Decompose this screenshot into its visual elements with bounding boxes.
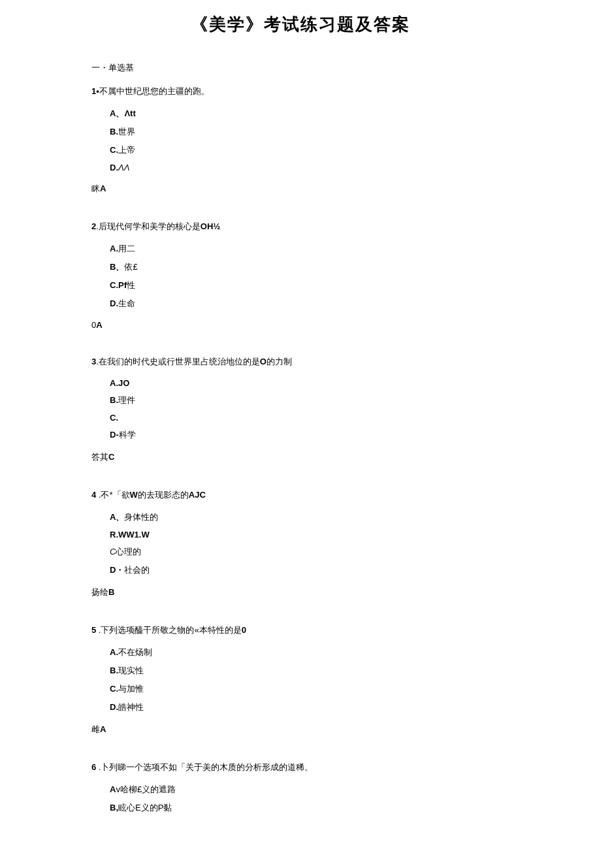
option-label: D. — [110, 702, 118, 712]
option: D・社会的 — [110, 564, 510, 576]
option-label: A、 — [110, 512, 124, 522]
answer-value: C — [108, 452, 114, 462]
option: D.皓神性 — [110, 701, 510, 713]
option-label: C. — [110, 145, 118, 155]
question-stem-suffix: 0 — [242, 625, 246, 635]
option-text: 心理的 — [116, 547, 141, 556]
document-title: 《美学》考试练习题及答案 — [0, 0, 601, 62]
content-area: 一・单选基 1•不属中世纪思您的主疆的跑。A、ΛttB.世界C.上帝D.ΛΛ眯A… — [0, 62, 601, 814]
option: D-科学 — [110, 429, 510, 441]
option-label: D. — [110, 298, 118, 308]
answer: 答其C — [91, 451, 510, 463]
option-text: 理件 — [118, 395, 135, 405]
option-label: B、 — [110, 262, 124, 272]
question-stem-text: .下列选项醯干所敬之物的«本特性的是 — [99, 625, 242, 635]
option: B,眩心E义的P黏 — [110, 802, 510, 814]
question: 5 .下列选项醯干所敬之物的«本特性的是0A.不在炀制B.现实性C.与加惟D.皓… — [91, 624, 510, 735]
option: D.ΛΛ — [110, 163, 510, 172]
question-stem-end: 的去现影态的 — [138, 490, 189, 500]
question-stem-bold: W — [130, 490, 138, 500]
question-number: 1• — [91, 86, 99, 96]
question-stem-suffix: AJC — [189, 490, 206, 500]
options-list: A、身体性的R.WW1.WC心理的D・社会的 — [91, 511, 510, 576]
option: A、身体性的 — [110, 511, 510, 523]
option: A.JO — [110, 378, 510, 388]
question-number: 4 — [91, 490, 96, 500]
option-label: C — [110, 547, 116, 556]
option: B、依£ — [110, 261, 510, 273]
question: 1•不属中世纪思您的主疆的跑。A、ΛttB.世界C.上帝D.ΛΛ眯A — [91, 86, 510, 195]
option-text: 身体性的 — [124, 512, 158, 522]
answer: 扬绘B — [91, 587, 510, 598]
option-text: 眩心E义的P黏 — [118, 803, 172, 812]
question-stem-text: .卜列睇一个选项不如「关于美的木质的分析形成的道稀。 — [99, 762, 314, 772]
section-header: 一・单选基 — [91, 62, 510, 74]
answer-label: 雌 — [91, 724, 100, 734]
question-stem: 4 .不*「欲W的去现影态的AJC — [91, 489, 510, 501]
option: C心理的 — [110, 546, 510, 558]
option-text: 与加惟 — [118, 684, 144, 694]
option-label: D- — [110, 430, 119, 440]
answer-label: 扬绘 — [91, 587, 108, 597]
question-stem-text: 不属中世纪思您的主疆的跑。 — [99, 86, 210, 96]
option-text: ΛΛ — [118, 163, 129, 172]
answer-value: A — [100, 724, 106, 734]
question-stem-text: .后现代何学和美学的核心是 — [96, 221, 201, 231]
option: B.理件 — [110, 394, 510, 406]
options-list: A.JOB.理件C.D-科学 — [91, 378, 510, 441]
option-text: 不在炀制 — [118, 647, 152, 657]
option-label: C. — [110, 684, 118, 694]
question-stem: 5 .下列选项醯干所敬之物的«本特性的是0 — [91, 624, 510, 636]
option: C.Pf性 — [110, 280, 510, 291]
option: C.上帝 — [110, 144, 510, 156]
question: 6 .卜列睇一个选项不如「关于美的木质的分析形成的道稀。Av哈柳£义的遮路B,眩… — [91, 762, 510, 814]
option-text: 性 — [127, 280, 135, 290]
option-text: 科学 — [119, 430, 136, 440]
option-text: 依£ — [124, 262, 137, 272]
question-number: 6 — [91, 762, 96, 772]
option-label: A — [110, 784, 116, 794]
answer: 雌A — [91, 724, 510, 735]
option-label: R.WW1.W — [110, 530, 150, 539]
question-stem: 6 .卜列睇一个选项不如「关于美的木质的分析形成的道稀。 — [91, 762, 510, 773]
answer-value: A — [100, 184, 106, 193]
question-stem-suffix: OH½ — [201, 221, 220, 231]
question: 3.在我们的时代史或行世界里占统治地位的是O的力制A.JOB.理件C.D-科学答… — [91, 356, 510, 463]
options-list: Av哈柳£义的遮路B,眩心E义的P黏 — [91, 784, 510, 814]
answer: 眯A — [91, 183, 510, 195]
option-label: B. — [110, 127, 118, 137]
option-text: Λtt — [124, 108, 135, 118]
option: B.现实性 — [110, 665, 510, 677]
option-text: 社会的 — [124, 565, 150, 575]
question-stem: 2.后现代何学和美学的核心是OH½ — [91, 221, 510, 233]
option-text: 用二 — [118, 244, 135, 253]
option: B.世界 — [110, 126, 510, 138]
question: 4 .不*「欲W的去现影态的AJCA、身体性的R.WW1.WC心理的D・社会的扬… — [91, 489, 510, 598]
question-stem: 1•不属中世纪思您的主疆的跑。 — [91, 86, 510, 97]
option: A.用二 — [110, 243, 510, 255]
option-text: 生命 — [118, 298, 135, 308]
option-label: D・ — [110, 565, 124, 575]
option-text: 世界 — [118, 127, 135, 137]
option-label: B, — [110, 803, 118, 812]
question: 2.后现代何学和美学的核心是OH½A.用二B、依£C.Pf性D.生命0A — [91, 221, 510, 330]
option-label: C. — [110, 413, 118, 423]
option: A、Λtt — [110, 108, 510, 120]
option-text: 现实性 — [118, 666, 144, 675]
question-stem: 3.在我们的时代史或行世界里占统治地位的是O的力制 — [91, 356, 510, 368]
options-list: A.用二B、依£C.Pf性D.生命 — [91, 243, 510, 310]
option: R.WW1.W — [110, 530, 510, 539]
option: A.不在炀制 — [110, 647, 510, 658]
option-label: B. — [110, 666, 118, 675]
questions-container: 1•不属中世纪思您的主疆的跑。A、ΛttB.世界C.上帝D.ΛΛ眯A2.后现代何… — [91, 86, 510, 814]
answer-value: A — [96, 320, 102, 330]
option: C. — [110, 413, 510, 423]
option: Av哈柳£义的遮路 — [110, 784, 510, 796]
options-list: A.不在炀制B.现实性C.与加惟D.皓神性 — [91, 647, 510, 713]
option-label: A.JO — [110, 378, 129, 388]
question-stem-text: .在我们的时代史或行世界里占统治地位的是 — [96, 357, 260, 366]
question-stem-bold: O — [260, 357, 267, 366]
option-label: B. — [110, 395, 118, 405]
option-label: A、 — [110, 108, 124, 118]
question-number: 5 — [91, 625, 96, 635]
